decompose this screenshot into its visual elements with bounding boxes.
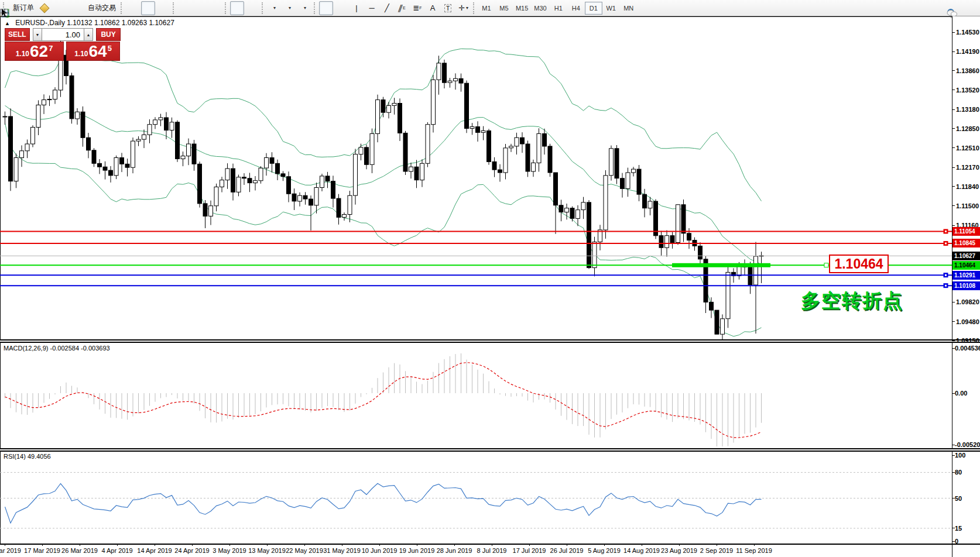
turning-point-annotation[interactable]: 多空转折点 <box>801 288 903 314</box>
macd-indicator-pane[interactable] <box>0 343 952 448</box>
chevron-down-icon: ▾ <box>304 5 306 11</box>
volume-increase-button[interactable]: ▲ <box>84 28 93 41</box>
autotrading-label: 自动交易 <box>88 3 116 13</box>
volume-input[interactable] <box>42 28 84 41</box>
timeframe-mn-button[interactable]: MN <box>620 2 638 15</box>
timeframe-d1-button[interactable]: D1 <box>585 2 602 15</box>
timeframe-m15-button[interactable]: M15 <box>513 2 531 15</box>
toolbar-drag-handle[interactable] <box>262 2 265 14</box>
bull-candle <box>632 169 636 173</box>
new-order-button[interactable]: 新订单 <box>8 1 36 15</box>
timeframe-m1-button[interactable]: M1 <box>478 2 495 15</box>
price-scale-label: 1.11840 <box>956 183 979 190</box>
crosshair-tool-button[interactable] <box>334 1 348 15</box>
price-level-annotation-box[interactable]: 1.10464 <box>829 255 889 273</box>
bull-candle <box>42 100 46 105</box>
bear-candle <box>92 150 96 164</box>
timeframe-h1-button[interactable]: H1 <box>550 2 567 15</box>
bull-candle <box>298 195 302 201</box>
pane-separator[interactable] <box>0 448 980 452</box>
bear-candle <box>643 194 647 208</box>
time-axis-tick <box>604 544 605 546</box>
time-axis-label: 7 Mar 2019 <box>0 547 21 554</box>
timeframe-m5-button[interactable]: M5 <box>495 2 513 15</box>
bear-candle <box>548 146 552 173</box>
toolbar-drag-handle[interactable] <box>121 2 124 14</box>
time-axis-tick <box>192 544 193 546</box>
bull-candle <box>114 158 118 176</box>
text-tool-button[interactable]: A <box>426 1 440 15</box>
indicators-button[interactable]: ▾ <box>267 1 281 15</box>
bull-candle <box>387 105 391 112</box>
thick-level-segment[interactable] <box>672 263 770 267</box>
tile-windows-button[interactable] <box>208 1 222 15</box>
bear-candle <box>559 205 563 212</box>
vertical-line-tool-button[interactable]: | <box>349 1 364 15</box>
bull-candle <box>592 242 597 268</box>
time-axis-label: 28 Jun 2019 <box>437 547 472 554</box>
chart-line-button[interactable] <box>156 1 170 15</box>
bear-candle <box>70 75 74 119</box>
price-scale-tick <box>952 225 955 226</box>
bear-candle <box>587 202 591 268</box>
arrows-tool-button[interactable]: ✛ ▾ <box>456 1 471 15</box>
chart-bars-button[interactable] <box>126 1 140 15</box>
timeframe-m30-button[interactable]: M30 <box>531 2 549 15</box>
bull-candle <box>437 63 441 80</box>
pane-separator[interactable] <box>0 339 980 343</box>
time-axis[interactable]: 7 Mar 201917 Mar 201926 Mar 20194 Apr 20… <box>0 545 952 557</box>
signals-button[interactable] <box>68 1 82 15</box>
sell-button[interactable]: SELL <box>5 28 30 41</box>
buy-button[interactable]: BUY <box>96 28 121 41</box>
chart-shift-button[interactable] <box>245 1 259 15</box>
metaeditor-button[interactable] <box>37 1 52 15</box>
toolbar-drag-handle[interactable] <box>314 2 317 14</box>
bear-candle <box>414 167 419 180</box>
cursor-tool-button[interactable] <box>319 1 333 15</box>
ohlc-values: 1.10132 1.10862 1.09263 1.10627 <box>67 19 174 27</box>
bull-candle <box>53 90 57 99</box>
fibonacci-icon: ≣ <box>413 4 419 12</box>
bear-candle <box>198 164 202 204</box>
autotrading-button[interactable]: 自动交易 <box>83 1 118 15</box>
fibonacci-tool-button[interactable]: ≣ F <box>410 1 424 15</box>
sell-price-tile[interactable]: 1.10 62 7 <box>5 42 64 61</box>
zoom-in-button[interactable] <box>178 1 192 15</box>
trendline-tool-button[interactable]: ╱ <box>380 1 394 15</box>
bear-candle <box>487 131 491 162</box>
horizontal-line-tool-button[interactable]: ─ <box>365 1 379 15</box>
toolbar-drag-handle[interactable] <box>225 2 228 14</box>
bear-candle <box>120 158 124 164</box>
label-tool-button[interactable]: T <box>441 1 455 15</box>
rsi-indicator-pane[interactable] <box>0 452 952 544</box>
timeframe-h4-button[interactable]: H4 <box>567 2 585 15</box>
bull-candle <box>31 128 35 144</box>
bear-candle <box>203 204 207 216</box>
chart-candles-button[interactable] <box>141 1 155 15</box>
market-button[interactable] <box>53 1 67 15</box>
toolbar-drag-handle[interactable] <box>173 2 176 14</box>
collapse-panel-icon[interactable]: ▲ <box>5 20 10 26</box>
periods-button[interactable]: ▾ <box>282 1 296 15</box>
bull-candle <box>626 173 630 188</box>
channel-tool-button[interactable]: ∥ E <box>395 1 409 15</box>
new-order-label: 新订单 <box>13 3 34 13</box>
bull-candle <box>36 105 40 127</box>
macd-scale-label: 0.00 <box>955 390 967 397</box>
bear-candle <box>276 163 280 174</box>
volume-decrease-button[interactable]: ▼ <box>33 28 42 41</box>
toolbar-drag-handle[interactable] <box>473 2 476 14</box>
price-tag-1.10291: 1.10291 <box>952 271 980 280</box>
timeframe-w1-button[interactable]: W1 <box>602 2 620 15</box>
bull-candle <box>265 158 269 169</box>
line-handle[interactable] <box>824 263 828 267</box>
templates-button[interactable]: ▾ <box>297 1 311 15</box>
buy-price-tile[interactable]: 1.10 64 5 <box>66 42 120 61</box>
price-scale-label: 1.12510 <box>956 145 979 152</box>
auto-scroll-button[interactable] <box>230 1 244 15</box>
chat-button[interactable] <box>962 1 976 15</box>
bull-candle <box>665 236 669 248</box>
zoom-out-button[interactable] <box>193 1 207 15</box>
trendline-icon: ╱ <box>385 4 389 12</box>
bear-candle <box>381 100 385 113</box>
